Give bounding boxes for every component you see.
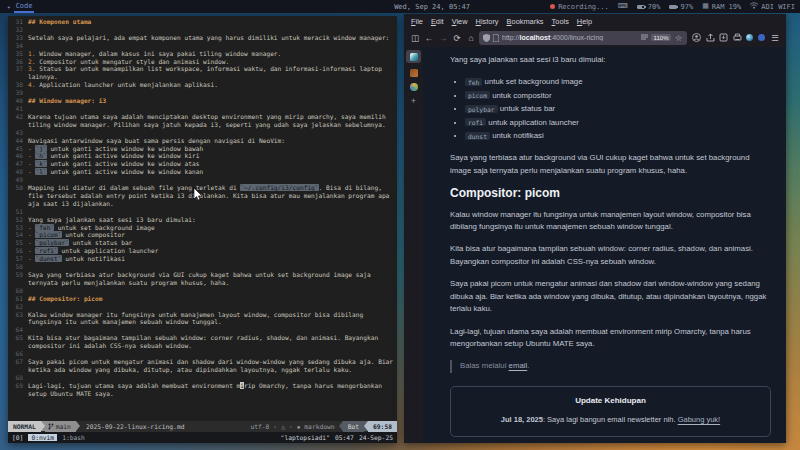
line-text [28, 105, 394, 113]
tmux-window-bash[interactable]: 1:bash [62, 434, 85, 441]
print-icon[interactable] [733, 33, 742, 42]
line-text: ## Compositor: picom [28, 295, 394, 303]
line-text: Kita bisa atur bagaimana tampilan sebuah… [28, 334, 394, 350]
editor-line: 66 [10, 350, 394, 358]
card-body: : Saya lagi bangun email newsletter nih. [543, 415, 678, 424]
line-number: 56 [10, 247, 23, 255]
card-date: Jul 18, 2025 [501, 415, 543, 424]
text: untuk ganti active window ke window kiri [47, 152, 200, 159]
menu-tools[interactable]: Tools [548, 16, 573, 27]
line-number: 69 [10, 382, 23, 398]
tab-3[interactable] [410, 83, 418, 91]
line-number: 65 [10, 334, 23, 350]
inline-code: rofi [465, 118, 486, 126]
separator: ‹ [289, 421, 293, 432]
menu-view[interactable]: View [448, 16, 472, 27]
line-text: - `j` untuk ganti active window ke windo… [28, 145, 394, 153]
text: Navigasi antarwindow saya buat sama pers… [28, 137, 285, 144]
line-text: 4. Application launcher untuk menjalanka… [28, 81, 394, 89]
sidebar-toggle-icon[interactable]: ◫ [409, 33, 421, 43]
quote-text: Balas melalui [460, 361, 509, 370]
line-text: Navigasi antarwindow saya buat sama pers… [28, 137, 394, 145]
list-item: polybar untuk status bar [465, 103, 771, 115]
editor-line: 45- `j` untuk ganti active window ke win… [10, 145, 394, 153]
menu-history[interactable]: History [472, 16, 503, 27]
card-title: Update Kehidupan [461, 395, 760, 407]
url-bar[interactable]: http://localhost:4000/linux-ricing 110% … [479, 31, 687, 45]
url-host: localhost [520, 34, 551, 41]
editor-line: 57- `dunst` untuk notifikasi [10, 255, 394, 263]
mouse-pointer [193, 188, 203, 201]
line-text: - `polybar` untuk status bar [28, 239, 394, 247]
editor-line: 52Yang saya jalankan saat sesi i3 baru d… [10, 216, 394, 224]
zoom-indicator[interactable]: 110% [651, 34, 671, 41]
join-link[interactable]: Gabung yuk! [678, 415, 721, 424]
forward-icon[interactable]: → [437, 33, 449, 43]
line-text: Mapping ini diatur di dalam sebuah file … [28, 184, 394, 208]
shield-icon[interactable] [483, 34, 490, 42]
module-memory: ▦RAM 19% [702, 3, 741, 11]
page-content[interactable]: Yang saya jalankan saat sesi i3 baru dim… [423, 47, 786, 443]
tab-active[interactable] [406, 50, 421, 63]
terminal-window[interactable]: 31## Komponen utama3233Setelah saya pela… [8, 16, 397, 443]
tab-favicon [410, 53, 418, 61]
editor-line: 34 [10, 42, 394, 50]
quote-suffix: . [527, 361, 529, 370]
line-number: 68 [10, 374, 23, 382]
account-icon[interactable] [692, 33, 701, 42]
line-text: - `l` untuk ganti active window ke windo… [28, 168, 394, 176]
home-icon[interactable]: ⌂ [465, 33, 477, 43]
editor-line: 41 [10, 105, 394, 113]
list-item: dunst untuk notifikasi [465, 130, 771, 142]
share-icon[interactable] [706, 33, 715, 42]
menu-help[interactable]: Help [573, 16, 596, 27]
editor-buffer[interactable]: 31## Komponen utama3233Setelah saya pela… [8, 16, 397, 421]
back-icon[interactable]: ← [423, 33, 435, 43]
line-number: 58 [10, 263, 23, 271]
editor-line: 48- `l` untuk ganti active window ke win… [10, 168, 394, 176]
url-text[interactable]: http://localhost:4000/linux-ricing [502, 34, 638, 41]
editor-line: 64 [10, 326, 394, 334]
extension-blue-icon[interactable] [758, 34, 765, 41]
menu-file[interactable]: File [407, 16, 427, 27]
line-text: - `k` untuk ganti active window ke windo… [28, 160, 394, 168]
firefox-window[interactable]: FileEditViewHistoryBookmarksToolsHelp ◫ … [404, 14, 786, 443]
line-number: 40 [10, 97, 23, 105]
menu-bar: FileEditViewHistoryBookmarksToolsHelp [404, 14, 786, 28]
inline-code: `j` [35, 145, 46, 152]
inline-code: `h` [35, 152, 46, 159]
reader-mode-icon[interactable] [641, 34, 648, 41]
editor-line: 61## Compositor: picom [10, 295, 394, 303]
inline-code: picom [465, 91, 490, 99]
new-tab-button[interactable]: + [411, 97, 416, 106]
email-link[interactable]: email [509, 361, 528, 370]
text: Kalau window manager itu fungsinya untuk… [28, 311, 367, 326]
statusline-right: utf-8 ‹ △ ‹ ▪ markdown [250, 421, 338, 432]
module-label: 97% [680, 3, 693, 11]
vim-mode: NORMAL [8, 421, 41, 432]
line-number: 59 [10, 271, 23, 287]
text: Karena tujuan utama saya adalah mencipta… [28, 113, 389, 128]
line-number: 44 [10, 137, 23, 145]
line-number: 42 [10, 113, 23, 129]
tab-2[interactable] [410, 69, 418, 77]
toolbar-right: ☰ [689, 33, 781, 43]
downloads-icon[interactable] [719, 33, 728, 42]
tmux-window-nvim[interactable]: 0:nvim [28, 434, 57, 441]
menu-icon[interactable]: ☰ [769, 33, 781, 43]
tmux-host: "laptopsiadi" [281, 434, 330, 441]
text: untuk notifikasi [62, 255, 125, 262]
section-heading: Compositor: picom [450, 187, 771, 199]
editor-line: 56- `rofi` untuk application launcher [10, 247, 394, 255]
menu-bookmarks[interactable]: Bookmarks [503, 16, 548, 27]
body-paragraph: Kita bisa atur bagaimana tampilan sebuah… [450, 243, 771, 268]
keyboard-icon: ⌨ [618, 3, 628, 10]
reload-icon[interactable]: ⟳ [451, 33, 463, 43]
menu-edit[interactable]: Edit [427, 16, 448, 27]
page-info-icon[interactable] [493, 34, 499, 42]
encoding: utf-8 [250, 421, 269, 432]
extension-globe-icon[interactable] [746, 34, 753, 41]
editor-line: 51 [10, 208, 394, 216]
url-path: :4000/linux-ricing [550, 34, 603, 41]
bookmark-star-icon[interactable]: ☆ [674, 33, 683, 43]
